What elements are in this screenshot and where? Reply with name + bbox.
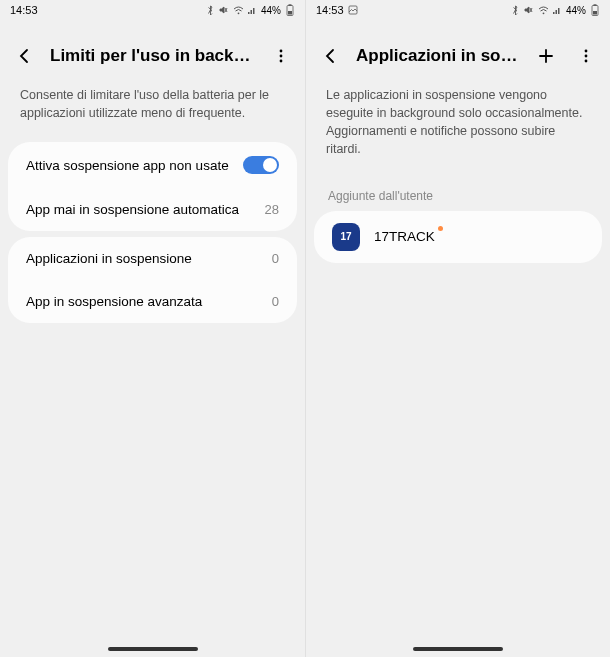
- nav-handle[interactable]: [413, 647, 503, 651]
- settings-group-2: Applicazioni in sospensione 0 App in sos…: [8, 237, 297, 323]
- mute-icon: [524, 5, 535, 16]
- chevron-left-icon: [321, 47, 339, 65]
- svg-point-8: [543, 12, 545, 14]
- battery-text: 44%: [566, 5, 586, 16]
- page-title: Applicazioni in sospens...: [356, 46, 520, 66]
- status-bar: 14:53 44%: [0, 0, 305, 18]
- row-count: 28: [265, 202, 279, 217]
- svg-point-4: [280, 50, 283, 53]
- settings-group-1: Attiva sospensione app non usate App mai…: [8, 142, 297, 231]
- nav-handle[interactable]: [108, 647, 198, 651]
- page-header: Limiti per l'uso in backgrou...: [0, 18, 305, 76]
- signal-icon: [552, 5, 563, 16]
- row-count: 0: [272, 251, 279, 266]
- wifi-icon: [233, 5, 244, 16]
- more-button[interactable]: [269, 44, 293, 68]
- svg-point-12: [585, 50, 588, 53]
- svg-rect-10: [593, 4, 596, 6]
- row-count: 0: [272, 294, 279, 309]
- svg-point-13: [585, 55, 588, 58]
- row-label: App in sospensione avanzata: [26, 294, 272, 309]
- app-list: 17 17TRACK: [314, 211, 602, 263]
- status-time: 14:53: [316, 4, 344, 16]
- back-button[interactable]: [12, 44, 36, 68]
- section-label: Aggiunte dall'utente: [306, 173, 610, 209]
- sleeping-apps-row[interactable]: Applicazioni in sospensione 0: [8, 237, 297, 280]
- battery-icon: [589, 5, 600, 16]
- bluetooth-icon: [510, 5, 521, 16]
- toggle-unused-apps-row[interactable]: Attiva sospensione app non usate: [8, 142, 297, 188]
- bluetooth-icon: [205, 5, 216, 16]
- deep-sleep-apps-row[interactable]: App in sospensione avanzata 0: [8, 280, 297, 323]
- status-right: 44%: [510, 5, 600, 16]
- page-header: Applicazioni in sospens...: [306, 18, 610, 76]
- toggle-switch-on[interactable]: [243, 156, 279, 174]
- battery-text: 44%: [261, 5, 281, 16]
- chevron-left-icon: [15, 47, 33, 65]
- app-name: 17TRACK: [374, 229, 435, 244]
- app-name-text: 17TRACK: [374, 229, 435, 244]
- svg-point-6: [280, 60, 283, 63]
- svg-rect-3: [288, 11, 292, 15]
- battery-icon: [284, 5, 295, 16]
- more-vertical-icon: [272, 47, 290, 65]
- screen-background-limits: 14:53 44% Limiti per l'uso in backgr: [0, 0, 305, 657]
- status-time: 14:53: [10, 4, 38, 16]
- row-label: Applicazioni in sospensione: [26, 251, 272, 266]
- back-button[interactable]: [318, 44, 342, 68]
- gallery-icon: [348, 5, 359, 16]
- svg-point-14: [585, 60, 588, 63]
- plus-icon: [537, 47, 555, 65]
- notification-dot-icon: [438, 226, 443, 231]
- signal-icon: [247, 5, 258, 16]
- svg-point-5: [280, 55, 283, 58]
- screen-sleeping-apps: 14:53 44% App: [305, 0, 610, 657]
- never-auto-sleep-row[interactable]: App mai in sospensione automatica 28: [8, 188, 297, 231]
- wifi-icon: [538, 5, 549, 16]
- status-right: 44%: [205, 5, 295, 16]
- more-button[interactable]: [574, 44, 598, 68]
- row-label: App mai in sospensione automatica: [26, 202, 265, 217]
- mute-icon: [219, 5, 230, 16]
- more-vertical-icon: [577, 47, 595, 65]
- page-description: Le applicazioni in sospensione vengono e…: [306, 76, 610, 173]
- page-title: Limiti per l'uso in backgrou...: [50, 46, 255, 66]
- app-icon: 17: [332, 223, 360, 251]
- page-description: Consente di limitare l'uso della batteri…: [0, 76, 305, 136]
- svg-point-0: [238, 12, 240, 14]
- svg-rect-11: [593, 11, 597, 15]
- svg-rect-2: [288, 4, 291, 6]
- app-row[interactable]: 17 17TRACK: [314, 211, 602, 263]
- row-label: Attiva sospensione app non usate: [26, 158, 243, 173]
- add-button[interactable]: [534, 44, 558, 68]
- status-bar: 14:53 44%: [306, 0, 610, 18]
